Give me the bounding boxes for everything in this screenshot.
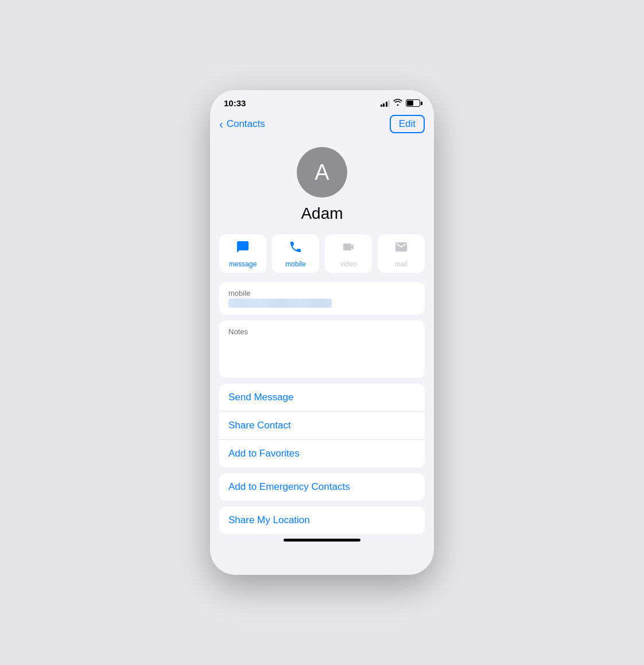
back-button[interactable]: ‹ Contacts <box>219 118 265 131</box>
notes-card: Notes <box>219 320 425 378</box>
mobile-info-card: mobile <box>219 282 425 315</box>
message-label: message <box>229 260 257 268</box>
video-icon <box>342 240 355 257</box>
send-message-label: Send Message <box>228 392 293 403</box>
action-buttons-row: message mobile video ma <box>210 234 434 282</box>
message-icon <box>236 240 250 257</box>
share-contact-item[interactable]: Share Contact <box>219 412 425 440</box>
share-contact-label: Share Contact <box>228 420 291 431</box>
signal-bars-icon <box>381 100 390 107</box>
avatar: A <box>297 147 347 198</box>
mail-icon <box>394 240 408 257</box>
status-time: 10:33 <box>224 98 246 108</box>
wifi-icon <box>393 99 402 107</box>
contact-name: Adam <box>301 204 343 223</box>
message-button[interactable]: message <box>219 234 266 273</box>
send-message-item[interactable]: Send Message <box>219 384 425 412</box>
video-label: video <box>340 260 357 268</box>
add-to-favorites-item[interactable]: Add to Favorites <box>219 440 425 467</box>
contact-header: A Adam <box>210 138 434 234</box>
avatar-initial: A <box>315 160 329 185</box>
chevron-left-icon: ‹ <box>219 118 223 131</box>
home-indicator <box>210 534 434 548</box>
home-bar <box>284 539 360 542</box>
mobile-button[interactable]: mobile <box>272 234 319 273</box>
status-icons <box>381 99 421 107</box>
edit-button[interactable]: Edit <box>390 115 425 133</box>
battery-icon <box>406 99 420 107</box>
phone-frame: 10:33 ‹ Contacts <box>210 90 434 575</box>
add-to-favorites-label: Add to Favorites <box>228 448 300 459</box>
share-location-card[interactable]: Share My Location <box>219 507 425 534</box>
share-location-label: Share My Location <box>228 515 310 525</box>
phone-number-blurred <box>228 299 332 308</box>
phone-icon <box>289 240 302 257</box>
mobile-label-text: mobile <box>228 289 416 297</box>
nav-bar: ‹ Contacts Edit <box>210 113 434 138</box>
mobile-label: mobile <box>285 260 305 268</box>
back-label: Contacts <box>227 118 265 130</box>
mail-button[interactable]: mail <box>378 234 425 273</box>
content-area: mobile Notes Send Message Share Contact … <box>210 282 434 534</box>
emergency-contacts-card[interactable]: Add to Emergency Contacts <box>219 473 425 501</box>
video-button[interactable]: video <box>325 234 372 273</box>
notes-label: Notes <box>228 327 416 336</box>
mail-label: mail <box>395 260 408 268</box>
status-bar: 10:33 <box>210 90 434 113</box>
emergency-contacts-label: Add to Emergency Contacts <box>228 481 350 492</box>
action-list-card: Send Message Share Contact Add to Favori… <box>219 384 425 467</box>
mobile-row: mobile <box>219 282 425 315</box>
